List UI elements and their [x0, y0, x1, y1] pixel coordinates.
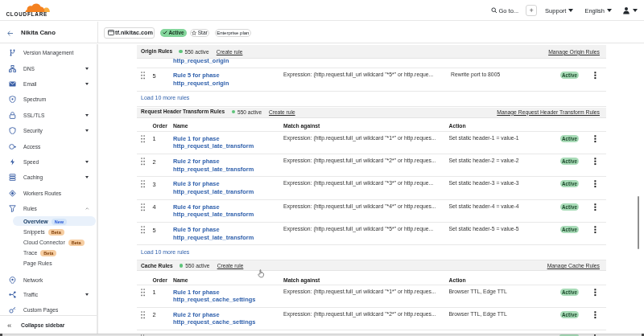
- svg-text:CLOUDFLARE: CLOUDFLARE: [6, 11, 48, 17]
